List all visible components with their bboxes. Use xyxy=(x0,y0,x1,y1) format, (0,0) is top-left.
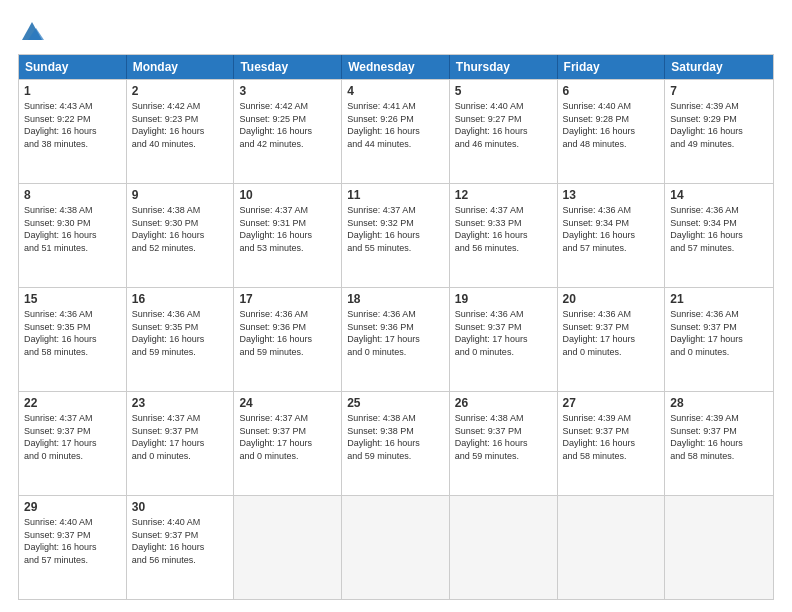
day-number: 10 xyxy=(239,188,336,202)
day-info: Sunrise: 4:39 AM Sunset: 9:37 PM Dayligh… xyxy=(563,412,660,462)
calendar-cell-8: 8Sunrise: 4:38 AM Sunset: 9:30 PM Daylig… xyxy=(19,184,127,287)
day-number: 3 xyxy=(239,84,336,98)
day-info: Sunrise: 4:37 AM Sunset: 9:33 PM Dayligh… xyxy=(455,204,552,254)
day-info: Sunrise: 4:36 AM Sunset: 9:35 PM Dayligh… xyxy=(24,308,121,358)
day-info: Sunrise: 4:36 AM Sunset: 9:36 PM Dayligh… xyxy=(347,308,444,358)
day-number: 14 xyxy=(670,188,768,202)
calendar-cell-30: 30Sunrise: 4:40 AM Sunset: 9:37 PM Dayli… xyxy=(127,496,235,599)
calendar-row-4: 22Sunrise: 4:37 AM Sunset: 9:37 PM Dayli… xyxy=(19,391,773,495)
logo xyxy=(18,18,50,46)
day-number: 20 xyxy=(563,292,660,306)
day-number: 13 xyxy=(563,188,660,202)
day-number: 8 xyxy=(24,188,121,202)
calendar-cell-24: 24Sunrise: 4:37 AM Sunset: 9:37 PM Dayli… xyxy=(234,392,342,495)
logo-icon xyxy=(18,18,46,46)
calendar-cell-13: 13Sunrise: 4:36 AM Sunset: 9:34 PM Dayli… xyxy=(558,184,666,287)
calendar-cell-2: 2Sunrise: 4:42 AM Sunset: 9:23 PM Daylig… xyxy=(127,80,235,183)
calendar-cell-19: 19Sunrise: 4:36 AM Sunset: 9:37 PM Dayli… xyxy=(450,288,558,391)
calendar-cell-26: 26Sunrise: 4:38 AM Sunset: 9:37 PM Dayli… xyxy=(450,392,558,495)
day-number: 26 xyxy=(455,396,552,410)
day-info: Sunrise: 4:38 AM Sunset: 9:38 PM Dayligh… xyxy=(347,412,444,462)
day-info: Sunrise: 4:38 AM Sunset: 9:37 PM Dayligh… xyxy=(455,412,552,462)
calendar-cell-15: 15Sunrise: 4:36 AM Sunset: 9:35 PM Dayli… xyxy=(19,288,127,391)
day-number: 25 xyxy=(347,396,444,410)
header-cell-friday: Friday xyxy=(558,55,666,79)
calendar-cell-empty-4 xyxy=(450,496,558,599)
day-number: 2 xyxy=(132,84,229,98)
calendar-cell-empty-5 xyxy=(558,496,666,599)
day-number: 7 xyxy=(670,84,768,98)
calendar-cell-20: 20Sunrise: 4:36 AM Sunset: 9:37 PM Dayli… xyxy=(558,288,666,391)
day-number: 4 xyxy=(347,84,444,98)
header-cell-wednesday: Wednesday xyxy=(342,55,450,79)
day-info: Sunrise: 4:42 AM Sunset: 9:25 PM Dayligh… xyxy=(239,100,336,150)
day-number: 1 xyxy=(24,84,121,98)
calendar-cell-16: 16Sunrise: 4:36 AM Sunset: 9:35 PM Dayli… xyxy=(127,288,235,391)
day-info: Sunrise: 4:40 AM Sunset: 9:37 PM Dayligh… xyxy=(24,516,121,566)
day-info: Sunrise: 4:38 AM Sunset: 9:30 PM Dayligh… xyxy=(24,204,121,254)
calendar-cell-29: 29Sunrise: 4:40 AM Sunset: 9:37 PM Dayli… xyxy=(19,496,127,599)
day-info: Sunrise: 4:38 AM Sunset: 9:30 PM Dayligh… xyxy=(132,204,229,254)
calendar-cell-1: 1Sunrise: 4:43 AM Sunset: 9:22 PM Daylig… xyxy=(19,80,127,183)
day-number: 15 xyxy=(24,292,121,306)
day-number: 12 xyxy=(455,188,552,202)
calendar-cell-9: 9Sunrise: 4:38 AM Sunset: 9:30 PM Daylig… xyxy=(127,184,235,287)
day-info: Sunrise: 4:37 AM Sunset: 9:32 PM Dayligh… xyxy=(347,204,444,254)
day-info: Sunrise: 4:37 AM Sunset: 9:37 PM Dayligh… xyxy=(132,412,229,462)
day-info: Sunrise: 4:42 AM Sunset: 9:23 PM Dayligh… xyxy=(132,100,229,150)
day-info: Sunrise: 4:36 AM Sunset: 9:37 PM Dayligh… xyxy=(670,308,768,358)
day-info: Sunrise: 4:40 AM Sunset: 9:28 PM Dayligh… xyxy=(563,100,660,150)
calendar: SundayMondayTuesdayWednesdayThursdayFrid… xyxy=(18,54,774,600)
calendar-cell-18: 18Sunrise: 4:36 AM Sunset: 9:36 PM Dayli… xyxy=(342,288,450,391)
day-number: 27 xyxy=(563,396,660,410)
day-number: 18 xyxy=(347,292,444,306)
day-number: 6 xyxy=(563,84,660,98)
calendar-cell-6: 6Sunrise: 4:40 AM Sunset: 9:28 PM Daylig… xyxy=(558,80,666,183)
page: SundayMondayTuesdayWednesdayThursdayFrid… xyxy=(0,0,792,612)
calendar-cell-23: 23Sunrise: 4:37 AM Sunset: 9:37 PM Dayli… xyxy=(127,392,235,495)
day-info: Sunrise: 4:40 AM Sunset: 9:37 PM Dayligh… xyxy=(132,516,229,566)
header-cell-monday: Monday xyxy=(127,55,235,79)
calendar-cell-14: 14Sunrise: 4:36 AM Sunset: 9:34 PM Dayli… xyxy=(665,184,773,287)
day-info: Sunrise: 4:36 AM Sunset: 9:36 PM Dayligh… xyxy=(239,308,336,358)
day-info: Sunrise: 4:41 AM Sunset: 9:26 PM Dayligh… xyxy=(347,100,444,150)
calendar-cell-4: 4Sunrise: 4:41 AM Sunset: 9:26 PM Daylig… xyxy=(342,80,450,183)
calendar-cell-10: 10Sunrise: 4:37 AM Sunset: 9:31 PM Dayli… xyxy=(234,184,342,287)
day-info: Sunrise: 4:37 AM Sunset: 9:37 PM Dayligh… xyxy=(24,412,121,462)
day-info: Sunrise: 4:40 AM Sunset: 9:27 PM Dayligh… xyxy=(455,100,552,150)
day-number: 22 xyxy=(24,396,121,410)
day-number: 19 xyxy=(455,292,552,306)
calendar-cell-21: 21Sunrise: 4:36 AM Sunset: 9:37 PM Dayli… xyxy=(665,288,773,391)
calendar-cell-empty-3 xyxy=(342,496,450,599)
calendar-cell-28: 28Sunrise: 4:39 AM Sunset: 9:37 PM Dayli… xyxy=(665,392,773,495)
calendar-cell-3: 3Sunrise: 4:42 AM Sunset: 9:25 PM Daylig… xyxy=(234,80,342,183)
header-cell-saturday: Saturday xyxy=(665,55,773,79)
calendar-row-5: 29Sunrise: 4:40 AM Sunset: 9:37 PM Dayli… xyxy=(19,495,773,599)
calendar-row-1: 1Sunrise: 4:43 AM Sunset: 9:22 PM Daylig… xyxy=(19,79,773,183)
calendar-cell-empty-6 xyxy=(665,496,773,599)
calendar-header-row: SundayMondayTuesdayWednesdayThursdayFrid… xyxy=(19,55,773,79)
day-number: 16 xyxy=(132,292,229,306)
header-cell-thursday: Thursday xyxy=(450,55,558,79)
calendar-cell-27: 27Sunrise: 4:39 AM Sunset: 9:37 PM Dayli… xyxy=(558,392,666,495)
day-number: 28 xyxy=(670,396,768,410)
day-number: 5 xyxy=(455,84,552,98)
calendar-row-3: 15Sunrise: 4:36 AM Sunset: 9:35 PM Dayli… xyxy=(19,287,773,391)
day-number: 30 xyxy=(132,500,229,514)
day-number: 9 xyxy=(132,188,229,202)
calendar-body: 1Sunrise: 4:43 AM Sunset: 9:22 PM Daylig… xyxy=(19,79,773,599)
day-number: 11 xyxy=(347,188,444,202)
day-number: 23 xyxy=(132,396,229,410)
day-info: Sunrise: 4:37 AM Sunset: 9:31 PM Dayligh… xyxy=(239,204,336,254)
calendar-cell-7: 7Sunrise: 4:39 AM Sunset: 9:29 PM Daylig… xyxy=(665,80,773,183)
calendar-cell-12: 12Sunrise: 4:37 AM Sunset: 9:33 PM Dayli… xyxy=(450,184,558,287)
day-info: Sunrise: 4:36 AM Sunset: 9:35 PM Dayligh… xyxy=(132,308,229,358)
day-number: 24 xyxy=(239,396,336,410)
calendar-cell-5: 5Sunrise: 4:40 AM Sunset: 9:27 PM Daylig… xyxy=(450,80,558,183)
day-info: Sunrise: 4:39 AM Sunset: 9:37 PM Dayligh… xyxy=(670,412,768,462)
calendar-cell-empty-2 xyxy=(234,496,342,599)
calendar-cell-11: 11Sunrise: 4:37 AM Sunset: 9:32 PM Dayli… xyxy=(342,184,450,287)
day-info: Sunrise: 4:36 AM Sunset: 9:34 PM Dayligh… xyxy=(563,204,660,254)
day-number: 29 xyxy=(24,500,121,514)
header-cell-sunday: Sunday xyxy=(19,55,127,79)
